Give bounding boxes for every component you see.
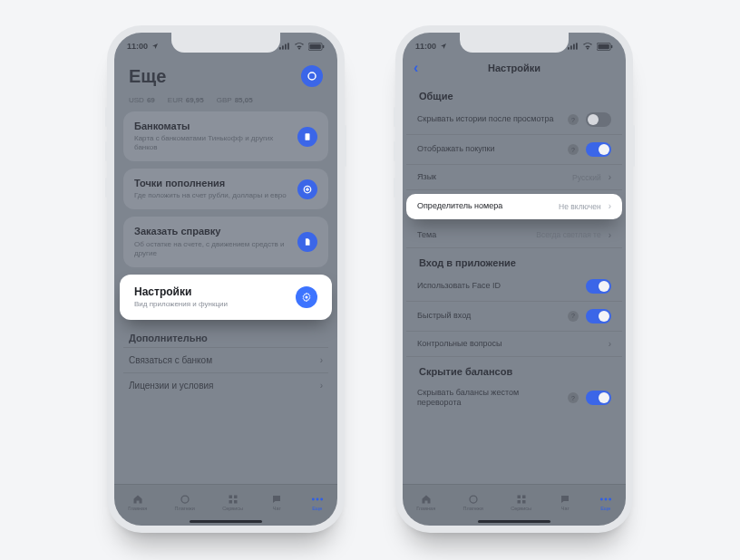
help-icon[interactable]: ? [568, 311, 579, 322]
help-icon[interactable]: ? [568, 392, 579, 403]
svg-point-26 [470, 496, 477, 503]
svg-rect-15 [234, 500, 238, 504]
card-subtitle: Об остатке на счете, с движением средств… [134, 240, 288, 258]
row-label: Использовать Face ID [417, 281, 579, 291]
signal-icon [568, 43, 579, 50]
svg-rect-25 [611, 44, 612, 47]
tab-label: Чат [273, 506, 281, 511]
toggle-hide-stories[interactable] [586, 112, 611, 127]
row-hide-stories[interactable]: Скрывать истории после просмотра ? [406, 105, 622, 135]
card-atm[interactable]: Банкоматы Карта с банкоматами Тинькофф и… [123, 111, 328, 161]
row-label: Скрывать балансы жестом переворота [417, 388, 560, 409]
svg-rect-0 [279, 47, 281, 49]
svg-rect-21 [573, 44, 575, 50]
location-icon [440, 43, 447, 50]
row-language[interactable]: Язык Русский › [406, 165, 622, 190]
svg-rect-12 [229, 496, 232, 499]
card-settings[interactable]: Настройки Вид приложения и функции [120, 275, 332, 320]
card-subtitle: Карта с банкоматами Тинькофф и других ба… [134, 134, 288, 152]
tab-label: Чат [561, 506, 570, 511]
tab-services[interactable]: Сервисы [511, 494, 531, 511]
rate-value: 85,05 [235, 96, 253, 104]
row-hide-balances-flip[interactable]: Скрывать балансы жестом переворота ? [406, 381, 622, 416]
card-topup[interactable]: Точки пополнения Где положить на счет ру… [123, 169, 328, 209]
row-value: Всегда светлая те [536, 230, 600, 239]
svg-rect-28 [522, 496, 526, 499]
row-label: Отображать покупки [417, 144, 560, 154]
row-label: Контрольные вопросы [417, 339, 601, 349]
help-icon[interactable]: ? [568, 114, 579, 125]
tab-payments[interactable]: Платежи [463, 494, 483, 511]
svg-point-7 [308, 72, 316, 80]
tab-more[interactable]: Еще [311, 494, 324, 511]
card-certificate[interactable]: Заказать справку Об остатке на счете, с … [123, 217, 328, 266]
gear-icon [296, 286, 317, 308]
phone-mock-left: 11:00 Еще USD69 EUR69,95 [107, 25, 345, 533]
row-caller-id[interactable]: Определитель номера Не включен › [406, 194, 622, 218]
tab-home[interactable]: Главная [128, 494, 147, 511]
row-licenses[interactable]: Лицензии и условия › [123, 372, 328, 398]
chevron-right-icon: › [609, 339, 611, 349]
chevron-right-icon: › [320, 381, 323, 391]
row-label: Тема [417, 230, 529, 240]
location-icon [151, 43, 159, 50]
svg-point-11 [181, 496, 189, 503]
row-show-purchases[interactable]: Отображать покупки ? [406, 135, 622, 165]
battery-icon [597, 43, 613, 51]
row-faceid[interactable]: Использовать Face ID [406, 272, 622, 302]
toggle-faceid[interactable] [586, 279, 611, 294]
home-icon [421, 494, 432, 505]
tab-label: Еще [600, 506, 610, 511]
atm-icon [297, 127, 317, 147]
tab-services[interactable]: Сервисы [222, 494, 243, 511]
tab-chat[interactable]: Чат [559, 494, 571, 511]
signal-icon [279, 43, 290, 50]
rate-value: 69 [147, 96, 155, 104]
chevron-right-icon: › [609, 201, 611, 211]
tab-label: Платежи [175, 506, 195, 511]
help-icon[interactable]: ? [568, 144, 579, 155]
svg-rect-5 [309, 43, 320, 49]
tab-home[interactable]: Главная [416, 494, 435, 511]
row-quick-login[interactable]: Быстрый вход ? [406, 302, 622, 332]
payments-icon [180, 494, 190, 505]
svg-rect-1 [282, 45, 284, 49]
toggle-quick-login[interactable] [586, 309, 611, 323]
back-button[interactable]: ‹ [414, 60, 418, 76]
toggle-show-purchases[interactable] [586, 142, 611, 157]
row-label: Быстрый вход [417, 311, 560, 321]
nav-bar: ‹ Настройки [403, 54, 626, 82]
home-indicator[interactable] [190, 520, 262, 523]
row-label: Скрывать истории после просмотра [417, 114, 560, 124]
group-title-login: Вход в приложение [406, 248, 622, 272]
tab-payments[interactable]: Платежи [175, 494, 195, 511]
notch [171, 33, 280, 53]
tab-label: Сервисы [511, 506, 531, 511]
home-indicator[interactable] [478, 520, 550, 523]
plus-icon [297, 179, 317, 199]
svg-point-31 [600, 498, 603, 501]
tab-more[interactable]: Еще [599, 494, 612, 511]
tab-label: Главная [416, 506, 435, 511]
row-security-questions[interactable]: Контрольные вопросы › [406, 332, 622, 357]
status-time: 11:00 [415, 42, 436, 51]
row-theme[interactable]: Тема Всегда светлая те › [406, 223, 622, 248]
row-contact-bank[interactable]: Связаться с банком › [123, 347, 328, 372]
rate-code: EUR [168, 96, 183, 104]
chevron-right-icon: › [320, 355, 323, 365]
row-value: Русский [572, 173, 601, 182]
tab-chat[interactable]: Чат [270, 494, 283, 511]
profile-button[interactable] [301, 65, 323, 87]
chat-icon [560, 494, 570, 505]
svg-rect-14 [229, 500, 232, 504]
services-icon [228, 494, 239, 505]
status-time: 11:00 [127, 42, 148, 51]
toggle-hide-balances[interactable] [586, 391, 611, 405]
currency-rates[interactable]: USD69 EUR69,95 GBP85,05 [123, 92, 328, 111]
group-title-balances: Скрытие балансов [406, 357, 622, 381]
svg-point-16 [312, 498, 315, 501]
svg-rect-8 [306, 133, 310, 140]
more-icon [599, 495, 612, 504]
chat-icon [271, 494, 282, 505]
nav-title: Настройки [488, 63, 540, 73]
